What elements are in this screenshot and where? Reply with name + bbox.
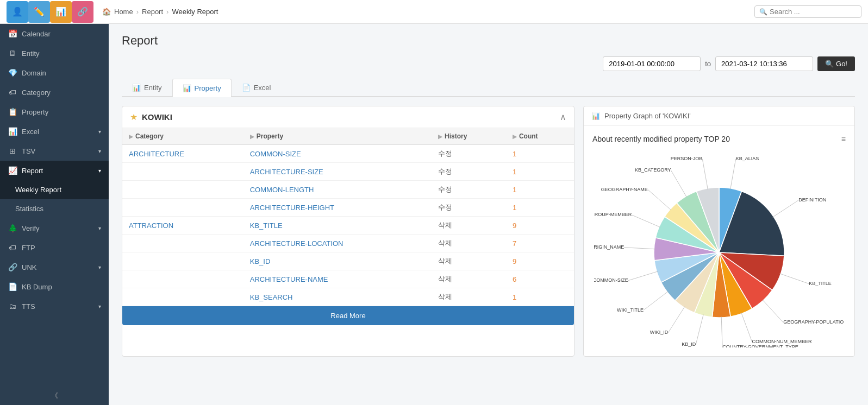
pie-label-line xyxy=(696,314,703,344)
sidebar-item-statistics[interactable]: Statistics xyxy=(0,199,109,218)
sidebar-label-category: Category xyxy=(22,88,51,97)
count-cell: 1 xyxy=(506,199,574,217)
property-cell[interactable]: ARCHITECTURE-LOCATION xyxy=(243,235,432,252)
pie-chart-container: KB_ALIASDEFINITIONKB_TITLEGEOGRAPHY-POPU… xyxy=(594,152,844,347)
content-area: ★ KOWIKI ∧ ▶Category ▶Property ▶History … xyxy=(122,106,855,357)
report-arrow-icon: ▾ xyxy=(98,168,101,174)
pie-label-text: KB_CATEGORY xyxy=(635,167,671,173)
pie-label-text: COMMON-ORIGIN_NAME xyxy=(594,244,624,250)
sidebar-label-verify: Verify xyxy=(22,224,40,232)
collapse-table-button[interactable]: ∧ xyxy=(560,112,566,122)
table-row: KB_ID 삭제 9 xyxy=(122,252,574,270)
count-cell: 7 xyxy=(506,235,574,252)
tab-excel[interactable]: 📄 Excel xyxy=(232,79,282,96)
pencil-icon-btn[interactable]: ✏️ xyxy=(28,1,50,23)
category-cell: ARCHITECTURE xyxy=(122,145,243,163)
sidebar-item-category[interactable]: 🏷 Category xyxy=(0,83,109,102)
topbar: 👤 ✏️ 📊 🔗 🏠 Home › Report › Weekly Report… xyxy=(0,0,868,24)
tab-property-label: Property xyxy=(195,84,221,92)
date-to-input[interactable] xyxy=(715,56,813,71)
property-cell[interactable]: COMMON-SIZE xyxy=(243,145,432,163)
star-icon: ★ xyxy=(130,112,138,122)
sidebar-item-report[interactable]: 📈 Report ▾ xyxy=(0,161,109,180)
property-cell[interactable]: KB_ID xyxy=(243,252,432,270)
verify-arrow-icon: ▾ xyxy=(98,225,101,231)
excel-arrow-icon: ▾ xyxy=(98,129,101,135)
tts-icon: 🗂 xyxy=(8,302,17,311)
history-cell: 수정 xyxy=(432,181,506,199)
pie-label-line xyxy=(632,215,660,227)
sidebar-item-tts[interactable]: 🗂 TTS ▾ xyxy=(0,296,109,316)
sidebar-item-verify[interactable]: 🌲 Verify ▾ xyxy=(0,218,109,238)
pie-label-text: WIKI_TITLE xyxy=(617,307,644,313)
go-button[interactable]: 🔍 Go! xyxy=(817,56,855,71)
category-cell xyxy=(122,199,243,217)
tab-property[interactable]: 📊 Property xyxy=(172,79,232,97)
breadcrumb-report[interactable]: Report xyxy=(142,8,163,16)
share-icon-btn[interactable]: 🔗 xyxy=(72,1,93,23)
sidebar-item-property[interactable]: 📋 Property xyxy=(0,102,109,122)
history-cell: 삭제 xyxy=(432,217,506,235)
property-cell[interactable]: ARCHITECTURE-NAME xyxy=(243,270,432,288)
sidebar-label-tts: TTS xyxy=(22,302,35,311)
home-icon: 🏠 xyxy=(102,8,111,16)
chart-icon-btn[interactable]: 📊 xyxy=(50,1,72,23)
breadcrumb-sep-1: › xyxy=(136,8,139,16)
date-from-input[interactable] xyxy=(603,56,701,71)
col-header-property[interactable]: ▶Property xyxy=(243,128,432,145)
user-icon-btn[interactable]: 👤 xyxy=(7,1,28,23)
count-cell: 9 xyxy=(506,217,574,235)
sidebar-collapse-button[interactable]: 《 xyxy=(0,387,109,405)
history-cell: 삭제 xyxy=(432,270,506,288)
sidebar-label-report: Report xyxy=(22,167,43,175)
chart-menu-icon[interactable]: ≡ xyxy=(841,135,846,143)
read-more-button[interactable]: Read More xyxy=(122,306,574,325)
property-cell[interactable]: ARCHITECTURE-SIZE xyxy=(243,163,432,181)
search-input[interactable] xyxy=(770,8,857,16)
pie-label-line xyxy=(730,159,736,189)
pie-label-text: GEOGRAPHY-NAME xyxy=(601,187,648,192)
sidebar-item-weekly-report[interactable]: Weekly Report xyxy=(0,180,109,199)
sidebar-item-excel[interactable]: 📊 Excel ▾ xyxy=(0,122,109,141)
col-header-history[interactable]: ▶History xyxy=(432,128,506,145)
pie-label-text: WIKI_ID xyxy=(650,330,669,335)
sidebar-item-unk[interactable]: 🔗 UNK ▾ xyxy=(0,257,109,277)
category-cell xyxy=(122,270,243,288)
sidebar-item-calendar[interactable]: 📅 Calendar xyxy=(0,24,109,43)
count-cell: 6 xyxy=(506,270,574,288)
tabs: 📊 Entity 📊 Property 📄 Excel xyxy=(122,79,855,97)
page-title: Report xyxy=(122,34,855,48)
tab-entity-label: Entity xyxy=(144,84,162,92)
property-cell[interactable]: COMMON-LENGTH xyxy=(243,181,432,199)
tsv-arrow-icon: ▾ xyxy=(98,148,101,154)
pie-label-line xyxy=(648,189,671,210)
tab-entity[interactable]: 📊 Entity xyxy=(122,79,172,96)
breadcrumb-home[interactable]: Home xyxy=(114,8,133,16)
sidebar-item-tsv[interactable]: ⊞ TSV ▾ xyxy=(0,141,109,161)
property-cell[interactable]: KB_SEARCH xyxy=(243,288,432,306)
count-cell: 1 xyxy=(506,145,574,163)
table-row: COMMON-LENGTH 수정 1 xyxy=(122,181,574,199)
pie-label-line xyxy=(779,274,809,284)
table-row: ATTRACTION KB_TITLE 삭제 9 xyxy=(122,217,574,235)
count-cell: 1 xyxy=(506,288,574,306)
property-cell[interactable]: KB_TITLE xyxy=(243,217,432,235)
pie-label-text: KB_ALIAS xyxy=(736,156,759,161)
breadcrumb-current: Weekly Report xyxy=(172,8,218,16)
sidebar-label-kb-dump: KB Dump xyxy=(22,283,52,291)
sidebar-item-entity[interactable]: 🖥 Entity xyxy=(0,43,109,63)
category-cell xyxy=(122,288,243,306)
breadcrumb: 🏠 Home › Report › Weekly Report xyxy=(102,8,218,16)
sidebar-label-property: Property xyxy=(22,108,48,116)
sidebar-item-kb-dump[interactable]: 📄 KB Dump xyxy=(0,277,109,296)
pie-label-line xyxy=(644,292,668,311)
sidebar-item-domain[interactable]: 💎 Domain xyxy=(0,63,109,83)
sidebar-item-ftp[interactable]: 🏷 FTP xyxy=(0,238,109,257)
topbar-icons: 👤 ✏️ 📊 🔗 xyxy=(7,1,93,23)
tab-entity-icon: 📊 xyxy=(132,84,141,92)
col-header-count[interactable]: ▶Count xyxy=(506,128,574,145)
sidebar-label-weekly-report: Weekly Report xyxy=(15,186,61,194)
col-header-category[interactable]: ▶Category xyxy=(122,128,243,145)
data-table: ▶Category ▶Property ▶History ▶Count ARCH… xyxy=(122,128,574,306)
property-cell[interactable]: ARCHITECTURE-HEIGHT xyxy=(243,199,432,217)
